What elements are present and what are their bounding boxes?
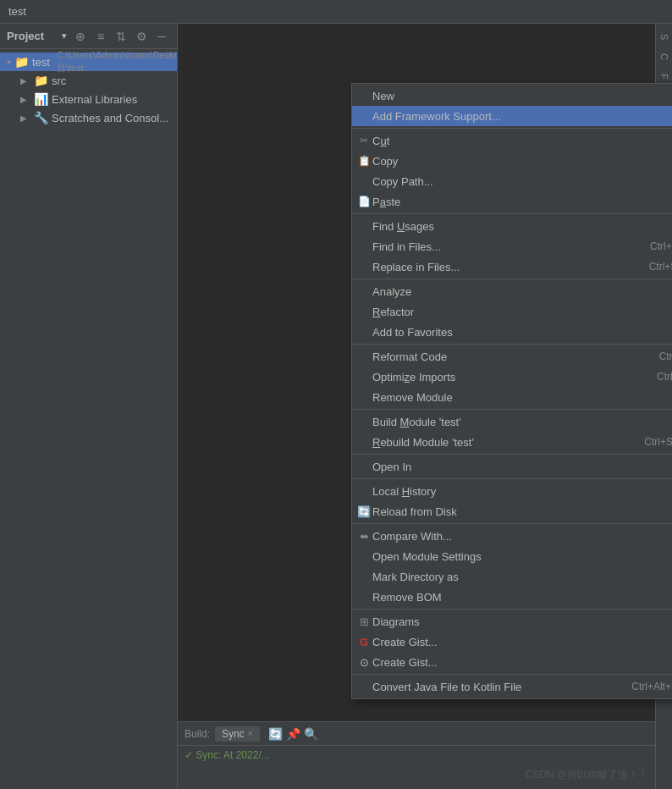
menu-item-open-in[interactable]: Open In bbox=[352, 456, 672, 477]
separator-1 bbox=[352, 128, 672, 129]
optimize-imports-shortcut: Ctrl+Alt+O bbox=[657, 371, 672, 383]
title-bar: test bbox=[0, 0, 672, 24]
separator-10 bbox=[352, 674, 672, 675]
right-icon-c[interactable]: C bbox=[658, 50, 671, 63]
menu-label-remove-module: Remove Module bbox=[372, 391, 653, 404]
right-icon-s[interactable]: S bbox=[658, 30, 671, 43]
separator-2 bbox=[352, 213, 672, 214]
rebuild-module-shortcut: Ctrl+Shift+F9 bbox=[644, 436, 672, 448]
scratches-icon: 🔧 bbox=[34, 111, 48, 124]
expand-icon[interactable]: ⇅ bbox=[113, 28, 129, 45]
tree-item-test[interactable]: ▾ 📁 test C:\Users\Administrator\Desktop\… bbox=[0, 52, 177, 71]
menu-label-local-history: Local History bbox=[372, 485, 672, 498]
separator-5 bbox=[352, 409, 672, 410]
menu-label-find-usages: Find Usages bbox=[372, 220, 653, 233]
menu-item-remove-bom[interactable]: Remove BOM bbox=[352, 587, 672, 607]
tree-path-test: C:\Users\Administrator\Desktop\项目\test bbox=[57, 49, 177, 74]
replace-in-files-shortcut: Ctrl+Shift+R bbox=[649, 261, 672, 273]
menu-label-add-framework: Add Framework Support... bbox=[372, 110, 672, 123]
panel-title: Project bbox=[7, 30, 57, 42]
panel-header: Project ▾ ⊕ ≡ ⇅ ⚙ ─ bbox=[0, 24, 177, 49]
build-icons: 🔄 📌 🔍 bbox=[268, 727, 318, 741]
menu-label-reformat-code: Reformat Code bbox=[372, 350, 637, 363]
menu-item-create-gist-github2[interactable]: ⊙ Create Gist... bbox=[352, 652, 672, 672]
menu-item-local-history[interactable]: Local History bbox=[352, 481, 672, 501]
reformat-code-shortcut: Ctrl+Alt+L bbox=[659, 350, 672, 362]
menu-label-build-module: Build Module 'test' bbox=[372, 416, 672, 428]
paste-icon: 📄 bbox=[357, 196, 371, 207]
tree-arrow-scratches: ▶ bbox=[20, 113, 30, 123]
menu-item-copy-path[interactable]: Copy Path... bbox=[352, 171, 672, 191]
sync-tab[interactable]: Sync × bbox=[215, 726, 260, 742]
menu-item-add-to-favorites[interactable]: Add to Favorites bbox=[352, 322, 672, 342]
menu-item-paste[interactable]: 📄 Paste Ctrl+V bbox=[352, 191, 672, 212]
sync-status: ✓ Sync: At 2022/... bbox=[185, 749, 270, 761]
menu-label-add-to-favorites: Add to Favorites bbox=[372, 326, 672, 339]
dropdown-icon[interactable]: ▾ bbox=[62, 30, 67, 41]
menu-item-add-framework[interactable]: Add Framework Support... bbox=[352, 106, 672, 126]
tree-item-external-libs[interactable]: ▶ 📊 External Libraries bbox=[0, 90, 177, 108]
menu-item-replace-in-files[interactable]: Replace in Files... Ctrl+Shift+R bbox=[352, 257, 672, 277]
menu-item-analyze[interactable]: Analyze bbox=[352, 281, 672, 301]
menu-item-copy[interactable]: 📋 Copy Ctrl+C bbox=[352, 151, 672, 171]
github2-icon: ⊙ bbox=[357, 656, 371, 669]
separator-3 bbox=[352, 279, 672, 279]
menu-label-new: New bbox=[372, 90, 672, 102]
menu-label-diagrams: Diagrams bbox=[372, 615, 672, 628]
menu-item-find-in-files[interactable]: Find in Files... Ctrl+Shift+F bbox=[352, 236, 672, 257]
menu-item-mark-directory-as[interactable]: Mark Directory as bbox=[352, 566, 672, 587]
menu-item-refactor[interactable]: Refactor bbox=[352, 301, 672, 322]
menu-label-copy: Copy bbox=[372, 155, 653, 168]
settings-icon[interactable]: ⚙ bbox=[133, 28, 150, 45]
tree-view: ▾ 📁 test C:\Users\Administrator\Desktop\… bbox=[0, 49, 177, 789]
menu-item-diagrams[interactable]: ⊞ Diagrams bbox=[352, 611, 672, 632]
build-search-icon[interactable]: 🔍 bbox=[304, 727, 318, 741]
menu-item-compare-with[interactable]: ⬌ Compare With... Ctrl+D bbox=[352, 526, 672, 546]
sort-icon[interactable]: ≡ bbox=[92, 28, 109, 45]
menu-label-mark-directory-as: Mark Directory as bbox=[372, 571, 672, 583]
menu-label-refactor: Refactor bbox=[372, 306, 672, 318]
menu-item-create-gist-github[interactable]: G Create Gist... bbox=[352, 632, 672, 652]
menu-label-rebuild-module: Rebuild Module 'test' bbox=[372, 436, 622, 449]
build-refresh-icon[interactable]: 🔄 bbox=[268, 727, 283, 741]
menu-item-reformat-code[interactable]: Reformat Code Ctrl+Alt+L bbox=[352, 346, 672, 367]
menu-item-open-module-settings[interactable]: Open Module Settings F4 bbox=[352, 546, 672, 566]
sync-icon[interactable]: ⊕ bbox=[72, 28, 89, 45]
menu-label-open-in: Open In bbox=[372, 461, 672, 473]
menu-label-convert-java-kotlin: Convert Java File to Kotlin File bbox=[372, 681, 609, 693]
menu-label-find-in-files: Find in Files... bbox=[372, 240, 628, 253]
github-icon: G bbox=[357, 636, 371, 648]
menu-label-analyze: Analyze bbox=[372, 285, 672, 298]
separator-7 bbox=[352, 478, 672, 479]
folder-icon-src: 📁 bbox=[34, 74, 48, 87]
right-icon-f[interactable]: F bbox=[658, 70, 671, 83]
menu-label-paste: Paste bbox=[372, 196, 653, 208]
menu-item-reload-from-disk[interactable]: 🔄 Reload from Disk bbox=[352, 501, 672, 521]
sync-tab-close[interactable]: × bbox=[248, 729, 253, 738]
minimize-icon[interactable]: ─ bbox=[153, 28, 170, 45]
menu-item-new[interactable]: New bbox=[352, 86, 672, 106]
menu-item-cut[interactable]: ✂ Cut Ctrl+X bbox=[352, 130, 672, 151]
tree-arrow: ▾ bbox=[7, 58, 11, 67]
menu-item-optimize-imports[interactable]: Optimize Imports Ctrl+Alt+O bbox=[352, 367, 672, 387]
build-content: ✓ Sync: At 2022/... bbox=[178, 746, 655, 764]
menu-label-compare-with: Compare With... bbox=[372, 530, 653, 543]
menu-label-open-module-settings: Open Module Settings bbox=[372, 550, 670, 563]
menu-item-convert-java-kotlin[interactable]: Convert Java File to Kotlin File Ctrl+Al… bbox=[352, 676, 672, 697]
separator-6 bbox=[352, 454, 672, 455]
compare-icon: ⬌ bbox=[357, 530, 371, 543]
menu-label-optimize-imports: Optimize Imports bbox=[372, 371, 635, 383]
menu-item-find-usages[interactable]: Find Usages Alt+F7 bbox=[352, 216, 672, 236]
diagrams-icon: ⊞ bbox=[357, 615, 371, 628]
menu-item-build-module[interactable]: Build Module 'test' bbox=[352, 411, 672, 432]
build-label: Build: bbox=[185, 728, 210, 740]
build-pin-icon[interactable]: 📌 bbox=[286, 727, 300, 741]
menu-item-remove-module[interactable]: Remove Module Delete bbox=[352, 387, 672, 407]
panel-header-icons: ⊕ ≡ ⇅ ⚙ ─ bbox=[72, 28, 170, 45]
separator-9 bbox=[352, 609, 672, 610]
separator-8 bbox=[352, 523, 672, 524]
tree-item-scratches[interactable]: ▶ 🔧 Scratches and Consol... bbox=[0, 108, 177, 127]
folder-icon-test: 📁 bbox=[14, 55, 29, 69]
menu-item-rebuild-module[interactable]: Rebuild Module 'test' Ctrl+Shift+F9 bbox=[352, 432, 672, 452]
tree-label-scratches: Scratches and Consol... bbox=[52, 112, 168, 124]
